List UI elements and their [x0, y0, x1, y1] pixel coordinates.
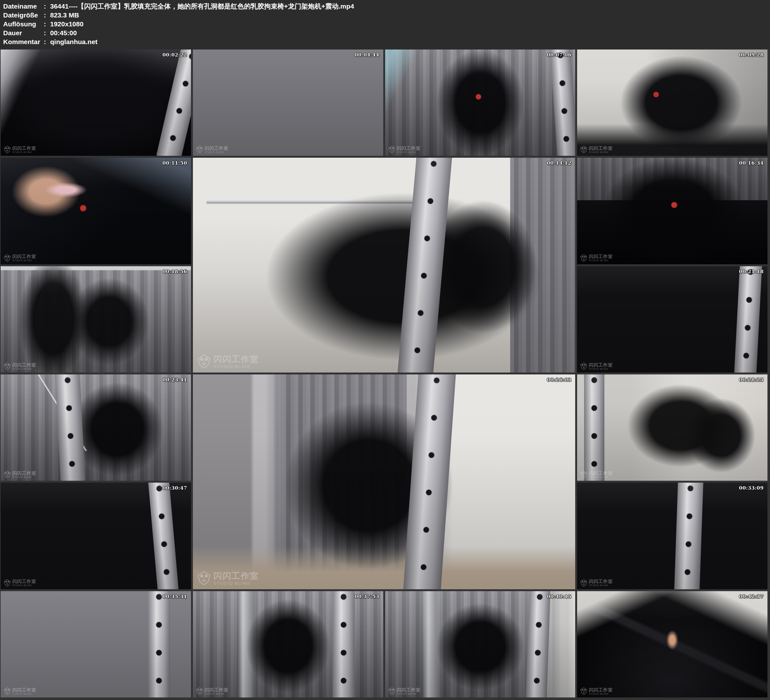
timestamp-overlay: 00:07:06	[547, 52, 572, 58]
studio-watermark-text: 闪闪工作室 STUDIO BLING	[589, 471, 613, 478]
file-name-value: 36441----【闪闪工作室】乳胶填充完全体，她的所有孔洞都是红色的乳胶拘束椅…	[50, 2, 770, 11]
meta-row-dauer: Dauer : 00:45:00	[3, 29, 770, 37]
studio-name-cn: 闪闪工作室	[589, 688, 613, 692]
video-thumbnail[interactable]: 00:30:47 闪闪工作室 STUDIO BLING	[1, 483, 191, 589]
studio-logo-icon	[388, 687, 395, 695]
studio-logo-icon	[197, 571, 211, 585]
studio-watermark-text: 闪闪工作室 STUDIO BLING	[214, 571, 259, 585]
file-size-value: 823.3 MB	[50, 11, 770, 19]
meta-label: Auflösung	[3, 19, 44, 29]
thumbnail-image	[385, 50, 576, 156]
video-thumbnail[interactable]: 00:35:31 闪闪工作室 STUDIO BLING	[1, 591, 191, 697]
studio-name-en: STUDIO BLING	[12, 259, 36, 261]
studio-watermark-text: 闪闪工作室 STUDIO BLING	[589, 254, 613, 261]
thumbnail-image	[1, 266, 191, 373]
studio-watermark-text: 闪闪工作室 STUDIO BLING	[12, 363, 36, 370]
video-thumbnail[interactable]: 00:02:22 闪闪工作室 STUDIO BLING	[1, 50, 191, 156]
studio-logo-icon	[580, 146, 587, 153]
video-thumbnail[interactable]: 00:18:56 闪闪工作室 STUDIO BLING	[1, 266, 191, 373]
studio-name-en: STUDIO BLING	[214, 364, 259, 368]
video-thumbnail[interactable]: 00:11:50 闪闪工作室 STUDIO BLING	[1, 158, 191, 264]
studio-watermark-text: 闪闪工作室 STUDIO BLING	[12, 146, 36, 153]
studio-watermark-text: 闪闪工作室 STUDIO BLING	[12, 688, 36, 695]
studio-watermark: 闪闪工作室 STUDIO BLING	[4, 362, 36, 370]
studio-watermark-text: 闪闪工作室 STUDIO BLING	[589, 688, 613, 695]
video-thumbnail[interactable]: 00:40:15 闪闪工作室 STUDIO BLING	[385, 591, 576, 697]
thumbnail-image	[1, 483, 191, 589]
meta-label: Dateiname	[3, 2, 44, 11]
video-thumbnail[interactable]: 00:23:41 闪闪工作室 STUDIO BLING	[1, 374, 191, 481]
video-thumbnail[interactable]: 00:21:18 闪闪工作室 STUDIO BLING	[577, 266, 767, 373]
meta-label: Dauer	[3, 29, 44, 37]
studio-name-en: STUDIO BLING	[589, 693, 613, 695]
studio-name-cn: 闪闪工作室	[12, 471, 36, 475]
thumbnail-image	[1, 591, 191, 697]
meta-separator: :	[44, 19, 50, 29]
studio-name-cn: 闪闪工作室	[397, 146, 421, 151]
timestamp-overlay: 00:09:28	[739, 52, 764, 58]
video-thumbnail[interactable]: 00:09:28 闪闪工作室 STUDIO BLING	[577, 50, 767, 156]
studio-watermark: 闪闪工作室 STUDIO BLING	[196, 146, 228, 153]
studio-name-cn: 闪闪工作室	[589, 254, 613, 259]
meta-row-dateiname: Dateiname : 36441----【闪闪工作室】乳胶填充完全体，她的所有…	[3, 2, 770, 11]
studio-name-cn: 闪闪工作室	[12, 146, 36, 151]
studio-logo-icon	[4, 146, 11, 153]
studio-watermark: 闪闪工作室 STUDIO BLING	[4, 254, 36, 262]
studio-logo-icon	[580, 687, 587, 695]
meta-separator: :	[44, 2, 50, 11]
timestamp-overlay: 00:14:12	[547, 160, 572, 166]
studio-watermark: 闪闪工作室 STUDIO BLING	[197, 571, 259, 585]
thumbnail-image	[193, 591, 383, 697]
studio-logo-icon	[580, 362, 587, 370]
studio-name-en: STUDIO BLING	[589, 151, 613, 153]
studio-name-en: STUDIO BLING	[12, 151, 36, 153]
studio-name-en: STUDIO BLING	[397, 151, 421, 153]
meta-row-kommentar: Kommentar : qinglanhua.net	[3, 37, 770, 46]
studio-logo-icon	[388, 146, 395, 153]
studio-watermark-text: 闪闪工作室 STUDIO BLING	[12, 579, 36, 587]
thumbnail-image	[1, 50, 191, 156]
studio-name-cn: 闪闪工作室	[205, 146, 228, 151]
studio-logo-icon	[4, 579, 11, 587]
video-thumbnail[interactable]: 00:04:44 闪闪工作室 STUDIO BLING	[193, 50, 383, 156]
video-thumbnail[interactable]: 00:42:37 闪闪工作室 STUDIO BLING	[577, 591, 767, 697]
thumbnail-image	[577, 374, 767, 481]
studio-logo-icon	[580, 471, 587, 478]
thumbnail-image	[577, 50, 767, 156]
timestamp-overlay: 00:33:09	[739, 485, 764, 491]
studio-watermark-text: 闪闪工作室 STUDIO BLING	[12, 471, 36, 478]
studio-watermark-text: 闪闪工作室 STUDIO BLING	[205, 146, 228, 153]
studio-logo-icon	[4, 254, 11, 262]
video-thumbnail[interactable]: 00:14:12 闪闪工作室 STUDIO BLING	[193, 158, 576, 373]
studio-watermark-text: 闪闪工作室 STUDIO BLING	[589, 146, 613, 153]
timestamp-overlay: 00:40:15	[547, 594, 572, 600]
timestamp-overlay: 00:16:34	[739, 160, 764, 166]
studio-name-en: STUDIO BLING	[589, 584, 613, 587]
thumbnail-image	[193, 50, 383, 156]
meta-label: Dateigröße	[3, 11, 44, 19]
studio-watermark-text: 闪闪工作室 STUDIO BLING	[205, 688, 228, 695]
video-thumbnail[interactable]: 00:33:09 闪闪工作室 STUDIO BLING	[577, 483, 767, 589]
video-thumbnail[interactable]: 00:37:53 闪闪工作室 STUDIO BLING	[193, 591, 383, 697]
studio-name-en: STUDIO BLING	[12, 693, 36, 695]
studio-watermark: 闪闪工作室 STUDIO BLING	[197, 354, 259, 369]
studio-watermark-text: 闪闪工作室 STUDIO BLING	[214, 355, 259, 368]
timestamp-overlay: 00:11:50	[162, 160, 187, 166]
video-thumbnail[interactable]: 00:26:03 闪闪工作室 STUDIO BLING	[193, 374, 576, 589]
studio-name-cn: 闪闪工作室	[214, 355, 259, 363]
video-thumbnail[interactable]: 00:28:25 闪闪工作室 STUDIO BLING	[577, 374, 767, 481]
studio-name-cn: 闪闪工作室	[214, 571, 259, 580]
studio-name-cn: 闪闪工作室	[12, 688, 36, 692]
video-thumbnail[interactable]: 00:07:06 闪闪工作室 STUDIO BLING	[385, 50, 576, 156]
meta-label: Kommentar	[3, 37, 44, 46]
studio-watermark: 闪闪工作室 STUDIO BLING	[4, 579, 36, 587]
meta-row-aufloesung: Auflösung : 1920x1080	[3, 19, 770, 29]
studio-name-cn: 闪闪工作室	[12, 579, 36, 583]
studio-watermark: 闪闪工作室 STUDIO BLING	[580, 687, 613, 695]
studio-name-en: STUDIO BLING	[214, 581, 259, 585]
timestamp-overlay: 00:02:22	[162, 52, 187, 58]
meta-separator: :	[44, 11, 50, 19]
video-thumbnail[interactable]: 00:16:34 闪闪工作室 STUDIO BLING	[577, 158, 767, 264]
timestamp-overlay: 00:18:56	[162, 269, 187, 274]
thumbnail-image	[577, 266, 767, 373]
